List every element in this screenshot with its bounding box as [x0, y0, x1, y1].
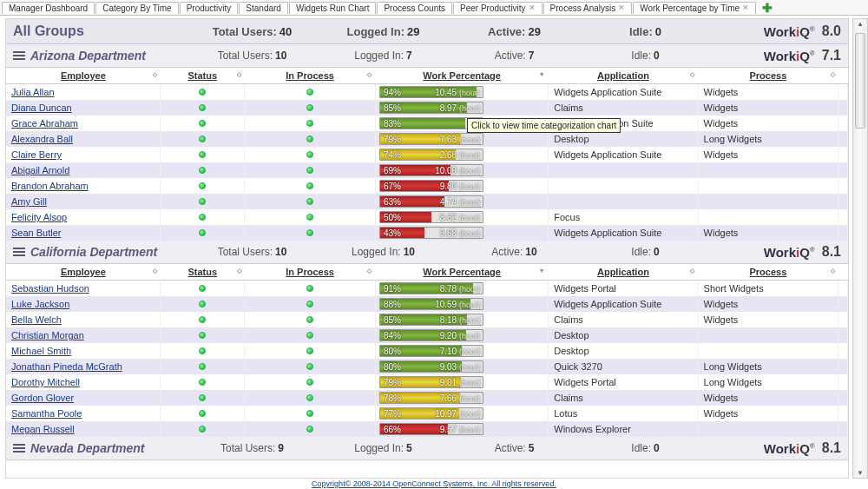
sort-desc-icon[interactable]: ▼	[539, 268, 545, 274]
employee-link[interactable]: Megan Russell	[11, 424, 75, 434]
employee-link[interactable]: Jonathan Pineda McGrath	[11, 361, 122, 372]
menu-icon[interactable]	[13, 442, 25, 454]
table-row: Felicity Alsop 50% 8.62 (hour) Focus	[6, 209, 848, 225]
close-icon[interactable]: ✕	[529, 3, 536, 12]
add-tab-icon[interactable]: ✚	[762, 1, 773, 15]
employee-link[interactable]: Christian Morgan	[11, 330, 84, 340]
sort-icon[interactable]: ◇	[831, 268, 835, 274]
employee-link[interactable]: Bella Welch	[11, 314, 62, 325]
employee-link[interactable]: Sean Butler	[11, 228, 61, 238]
group-idle: Idle:0	[580, 246, 711, 258]
sort-icon[interactable]: ◇	[367, 71, 372, 78]
workpct-bar[interactable]: 94% 10.45 (hour)	[379, 86, 483, 98]
workpct-bar[interactable]: 88% 10.59 (hour)	[379, 298, 483, 310]
inprocess-dot-icon	[306, 182, 313, 189]
tab-productivity[interactable]: Productivity	[180, 2, 239, 14]
sort-icon[interactable]: ◇	[831, 71, 835, 78]
inprocess-cell	[245, 194, 376, 209]
workpct-bar[interactable]: 77% 10.97 (hour)	[379, 407, 483, 420]
scroll-down-icon[interactable]: ▼	[857, 469, 864, 477]
workpct-bar[interactable]: 85% 8.97 (hour)	[379, 102, 483, 114]
sort-icon[interactable]: ◇	[237, 71, 241, 78]
sort-icon[interactable]: ◇	[153, 268, 157, 274]
vertical-scrollbar[interactable]: ▲ ▼	[852, 18, 868, 479]
employee-link[interactable]: Sebastian Hudson	[11, 283, 89, 294]
table-row: Julia Allan 94% 10.45 (hour) Widgets App…	[6, 84, 848, 101]
col-application[interactable]: Application◇	[549, 68, 698, 84]
tab-widgets-run-chart[interactable]: Widgets Run Chart	[289, 2, 376, 14]
employee-link[interactable]: Michael Smith	[11, 346, 71, 356]
workpct-bar[interactable]: 78% 7.66 (hour)	[379, 392, 483, 404]
process-cell: Widgets	[698, 116, 838, 131]
workpct-bar[interactable]: 80% 9.03 (hour)	[379, 360, 483, 373]
close-icon[interactable]: ✕	[618, 3, 625, 12]
col-employee[interactable]: Employee◇	[6, 68, 161, 84]
employee-link[interactable]: Diana Duncan	[11, 102, 72, 113]
workpct-bar[interactable]: 80% 7.10 (hour)	[379, 345, 483, 357]
application-cell: Claims	[549, 100, 698, 116]
process-cell: Long Widgets	[698, 374, 838, 390]
workpct-bar[interactable]: 69% 10.09 (hour)	[379, 164, 483, 176]
employee-link[interactable]: Brandon Abraham	[11, 181, 89, 191]
close-icon[interactable]: ✕	[742, 3, 749, 12]
status-cell	[161, 178, 245, 194]
workpct-bar[interactable]: 67% 9.80 (hour)	[379, 180, 483, 192]
col-workpct[interactable]: Work Percentage▼	[375, 264, 548, 281]
workpct-bar[interactable]: 91% 8.78 (hour)	[379, 282, 483, 294]
tab-process-counts[interactable]: Process Counts	[377, 2, 452, 14]
workpct-bar[interactable]: 66% 9.57 (hour)	[379, 423, 483, 435]
col-inprocess[interactable]: In Process◇	[245, 68, 376, 84]
inprocess-cell	[245, 100, 376, 116]
tab-manager-dashboard[interactable]: Manager Dashboard	[2, 2, 95, 14]
workpct-value: 79%	[384, 134, 401, 145]
status-dot-icon	[199, 104, 206, 111]
employee-link[interactable]: Gordon Glover	[11, 393, 74, 403]
employee-link[interactable]: Alexandra Ball	[11, 134, 73, 144]
tab-work-percentage-by-time[interactable]: Work Percentage by Time✕	[633, 2, 756, 14]
employee-link[interactable]: Julia Allan	[11, 87, 55, 97]
employee-link[interactable]: Luke Jackson	[11, 299, 69, 309]
sort-icon[interactable]: ◇	[690, 71, 694, 78]
employee-link[interactable]: Dorothy Mitchell	[11, 377, 80, 387]
tab-standard[interactable]: Standard	[239, 2, 288, 14]
sort-icon[interactable]: ◇	[153, 71, 157, 78]
col-application[interactable]: Application◇	[549, 264, 698, 281]
workpct-bar[interactable]: 63% 4.74 (hour)	[379, 195, 483, 208]
tab-category-by-time[interactable]: Category By Time	[95, 2, 178, 14]
menu-icon[interactable]	[13, 50, 25, 62]
sort-icon[interactable]: ◇	[237, 268, 241, 274]
col-status[interactable]: Status◇	[161, 68, 245, 84]
workpct-bar[interactable]: 85% 8.18 (hour)	[379, 314, 483, 326]
sort-icon[interactable]: ◇	[367, 268, 372, 274]
col-inprocess[interactable]: In Process◇	[245, 264, 376, 281]
employee-link[interactable]: Abigail Arnold	[11, 165, 69, 175]
sort-desc-icon[interactable]: ▼	[539, 71, 545, 77]
table-row: Amy Gill 63% 4.74 (hour)	[6, 194, 848, 209]
employee-link[interactable]: Claire Berry	[11, 149, 62, 160]
col-employee[interactable]: Employee◇	[6, 264, 161, 281]
tab-peer-productivity[interactable]: Peer Productivity✕	[453, 2, 542, 14]
brand-logo: WorkiQ®	[764, 49, 815, 63]
scroll-thumb[interactable]	[855, 33, 865, 129]
workpct-bar[interactable]: 50% 8.62 (hour)	[379, 211, 483, 223]
workpct-bar[interactable]: 79% 7.63 (hour)	[379, 133, 483, 145]
col-process[interactable]: Process◇	[698, 264, 838, 281]
workpct-bar[interactable]: 84% 9.20 (hour)	[379, 329, 483, 341]
employee-link[interactable]: Felicity Alsop	[11, 212, 67, 222]
col-workpct[interactable]: Work Percentage▼	[375, 68, 548, 84]
menu-icon[interactable]	[13, 246, 25, 258]
sort-icon[interactable]: ◇	[690, 268, 694, 274]
col-status[interactable]: Status◇	[161, 264, 245, 281]
col-process[interactable]: Process◇	[698, 68, 838, 84]
table-row: Grace Abraham 83% ...gets Application Su…	[6, 116, 848, 131]
application-cell: Windows Explorer	[549, 421, 698, 437]
employee-link[interactable]: Amy Gill	[11, 196, 47, 207]
workpct-value: 91%	[384, 283, 401, 294]
employee-link[interactable]: Grace Abraham	[11, 118, 78, 129]
workpct-bar[interactable]: 79% 9.01 (hour)	[379, 376, 483, 388]
scroll-up-icon[interactable]: ▲	[857, 20, 864, 28]
workpct-bar[interactable]: 74% 2.68 (hour)	[379, 149, 483, 161]
employee-link[interactable]: Samantha Poole	[11, 408, 82, 419]
workpct-bar[interactable]: 43% 9.68 (hour)	[379, 227, 483, 239]
tab-process-analysis[interactable]: Process Analysis✕	[543, 2, 633, 14]
